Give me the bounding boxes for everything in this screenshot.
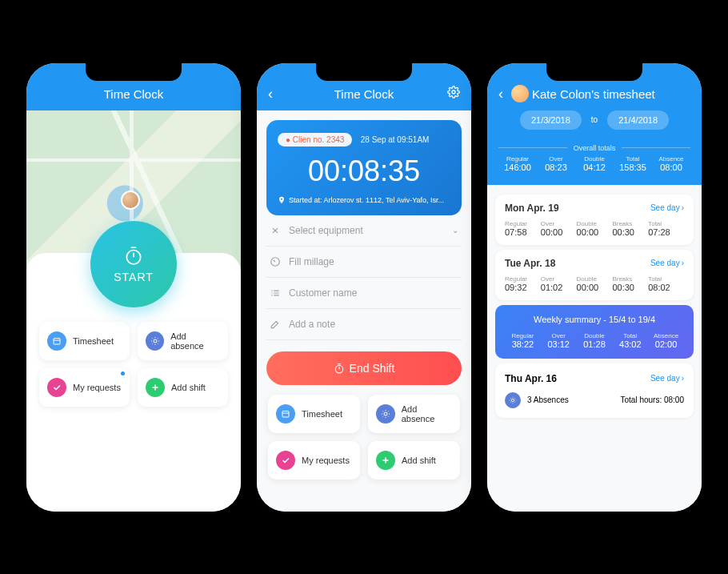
timer-meta: ● Clien no. 2343 28 Sep at 09:51AM <box>278 131 450 147</box>
field-label: Fill millage <box>289 256 334 267</box>
page-title: Time Clock <box>334 87 394 101</box>
svg-point-8 <box>511 399 514 401</box>
action-label: Timesheet <box>73 336 114 346</box>
weekly-grid: Regular38:22 Over03:12 Double01:28 Total… <box>505 332 684 349</box>
phone-start: Time Clock START Timesheet Add absence <box>26 63 241 512</box>
day-grid: Regular09:32 Over01:02 Double00:00 Break… <box>505 275 684 292</box>
date-from-button[interactable]: 21/3/2018 <box>520 110 582 130</box>
page-title: Time Clock <box>104 87 163 101</box>
stopwatch-icon <box>334 363 345 374</box>
absence-row: 3 Absences Total hours: 08:00 <box>505 392 684 408</box>
see-day-link[interactable]: See day › <box>650 258 684 269</box>
end-shift-label: End Shift <box>350 362 395 375</box>
total-col: Double04:12 <box>575 155 614 172</box>
action-label: Add shift <box>402 456 436 465</box>
svg-point-5 <box>335 365 342 372</box>
add-shift-button[interactable]: Add shift <box>138 368 228 407</box>
day-date: Tue Apr. 18 <box>505 258 555 269</box>
notch <box>86 63 182 81</box>
sun-icon <box>146 331 164 351</box>
timesheet-button[interactable]: Timesheet <box>39 322 130 360</box>
day-card-absence[interactable]: Thu Apr. 16 See day › 3 Absences Total h… <box>495 363 694 418</box>
see-day-link[interactable]: See day › <box>650 203 684 214</box>
action-label: Timesheet <box>302 409 342 419</box>
date-to-button[interactable]: 21/4/2018 <box>607 110 669 130</box>
field-label: Customer name <box>289 287 357 299</box>
location-text: Started at: Arlozerov st. 1112, Tel Aviv… <box>289 196 444 204</box>
day-card[interactable]: Tue Apr. 18 See day › Regular09:32 Over0… <box>495 250 694 300</box>
timesheet-button[interactable]: Timesheet <box>268 395 360 433</box>
select-equipment-field[interactable]: Select equipment ⌄ <box>266 215 462 247</box>
edit-icon <box>270 319 281 330</box>
calendar-icon <box>276 404 295 423</box>
my-requests-button[interactable]: My requests <box>268 441 360 480</box>
field-label: Add a note <box>289 319 335 330</box>
add-shift-button[interactable]: Add shift <box>368 441 460 480</box>
notch <box>316 63 412 81</box>
customer-field[interactable]: Customer name <box>266 278 462 309</box>
user-avatar[interactable] <box>511 85 529 102</box>
absence-count: 3 Absences <box>527 395 569 404</box>
check-icon <box>47 378 66 397</box>
date-range: 21/3/2018 to 21/4/2018 <box>487 110 702 138</box>
action-label: Add absence <box>170 331 220 351</box>
plus-icon <box>376 451 395 470</box>
action-grid: Timesheet Add absence My requests Add <box>38 322 230 407</box>
day-card[interactable]: Mon Apr. 19 See day › Regular07:58 Over0… <box>495 195 694 245</box>
total-col: Absence08:00 <box>652 155 690 172</box>
user-location-avatar[interactable] <box>121 191 140 210</box>
check-icon <box>276 451 295 470</box>
phone-timesheet: ‹ Kate Colon's timesheet 21/3/2018 to 21… <box>487 63 702 512</box>
mileage-field[interactable]: Fill millage <box>266 247 462 278</box>
gauge-icon <box>270 256 281 267</box>
end-shift-button[interactable]: End Shift <box>266 351 462 385</box>
chevron-down-icon: ⌄ <box>452 226 458 235</box>
weekly-summary-card: Weekly summary - 15/4 to 19/4 Regular38:… <box>495 305 694 359</box>
add-absence-button[interactable]: Add absence <box>368 395 460 433</box>
see-day-link[interactable]: See day › <box>650 373 684 384</box>
plus-icon <box>146 378 165 397</box>
tools-icon <box>270 225 281 236</box>
action-label: My requests <box>302 456 350 465</box>
svg-point-3 <box>452 90 455 94</box>
back-button[interactable]: ‹ <box>268 86 273 102</box>
sun-icon <box>505 392 521 408</box>
list-icon <box>270 287 281 299</box>
field-label: Select equipment <box>289 225 363 236</box>
weekly-title: Weekly summary - 15/4 to 19/4 <box>505 315 684 324</box>
add-absence-button[interactable]: Add absence <box>138 322 228 360</box>
notch <box>546 63 642 81</box>
back-button[interactable]: ‹ <box>498 86 503 102</box>
day-header: Tue Apr. 18 See day › <box>505 258 684 269</box>
my-requests-button[interactable]: My requests <box>39 368 130 407</box>
body: ● Clien no. 2343 28 Sep at 09:51AM 00:08… <box>257 110 471 512</box>
calendar-icon <box>47 331 66 351</box>
start-button[interactable]: START <box>90 221 177 307</box>
page-title: Kate Colon's timesheet <box>532 87 655 101</box>
settings-button[interactable] <box>447 86 460 102</box>
to-label: to <box>591 115 598 124</box>
note-field[interactable]: Add a note <box>266 309 462 340</box>
svg-point-0 <box>126 250 140 263</box>
totals-title: Overall totals <box>498 144 690 152</box>
elapsed-time: 00:08:35 <box>278 155 450 188</box>
total-col: Total158:35 <box>614 155 652 172</box>
overall-totals: Overall totals Regular146:00 Over08:23 D… <box>487 138 702 185</box>
day-header: Thu Apr. 16 See day › <box>505 373 684 384</box>
total-col: Regular146:00 <box>498 155 537 172</box>
svg-rect-6 <box>282 411 289 417</box>
absence-total: Total hours: 08:00 <box>621 395 685 404</box>
notification-dot <box>121 371 125 375</box>
body[interactable]: Mon Apr. 19 See day › Regular07:58 Over0… <box>487 185 702 512</box>
day-header: Mon Apr. 19 See day › <box>505 203 684 214</box>
timer-card: ● Clien no. 2343 28 Sep at 09:51AM 00:08… <box>266 120 462 215</box>
client-pill[interactable]: ● Clien no. 2343 <box>278 133 352 147</box>
svg-point-2 <box>154 339 157 343</box>
day-date: Mon Apr. 19 <box>505 203 559 214</box>
action-grid: Timesheet Add absence My requests Add sh… <box>266 395 462 480</box>
svg-point-7 <box>384 412 387 415</box>
pin-icon <box>278 196 286 204</box>
total-col: Over08:23 <box>537 155 575 172</box>
action-label: Add shift <box>171 383 206 392</box>
start-timestamp: 28 Sep at 09:51AM <box>361 135 430 144</box>
